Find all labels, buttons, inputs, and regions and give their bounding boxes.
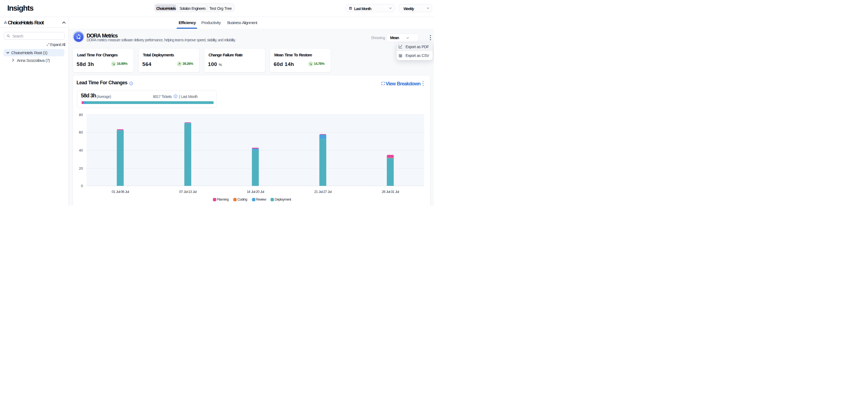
svg-text:01 Jul-06 Jul: 01 Jul-06 Jul <box>112 190 129 194</box>
svg-text:40: 40 <box>79 148 83 152</box>
svg-text:20: 20 <box>79 166 83 170</box>
svg-text:Planning: Planning <box>217 197 229 201</box>
svg-text:07 Jul-13 Jul: 07 Jul-13 Jul <box>179 190 197 194</box>
svg-text:21 Jul-27 Jul: 21 Jul-27 Jul <box>314 190 332 194</box>
svg-text:80: 80 <box>79 113 83 117</box>
svg-text:Coding: Coding <box>238 197 247 201</box>
svg-text:14 Jul-20 Jul: 14 Jul-20 Jul <box>247 190 264 194</box>
svg-text:0: 0 <box>81 184 83 188</box>
svg-text:Deployment: Deployment <box>275 197 291 201</box>
svg-text:60: 60 <box>79 130 83 134</box>
svg-text:Review: Review <box>256 197 267 201</box>
svg-text:28 Jul-31 Jul: 28 Jul-31 Jul <box>382 190 399 194</box>
